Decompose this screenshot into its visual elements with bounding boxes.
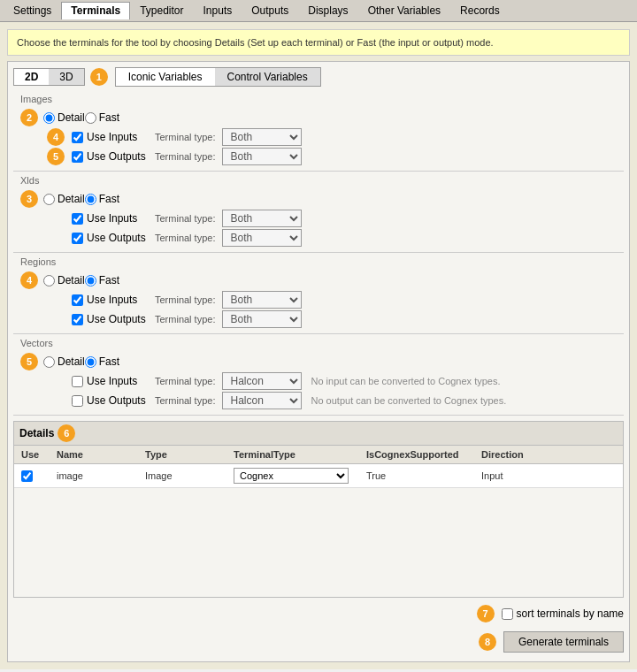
radio-input-regions-fast[interactable]	[85, 275, 96, 286]
input-row-3-0: Use InputsTerminal type:HalconCognexBoth…	[20, 372, 617, 390]
col-use: Use	[18, 447, 53, 462]
td-cognex-0: True	[363, 469, 478, 483]
nav-tab-other-variables[interactable]: Other Variables	[358, 2, 450, 19]
badge-1: 1	[90, 68, 108, 86]
checkbox-label-3-1[interactable]: Use Outputs	[72, 394, 151, 407]
checkbox-label-1-0[interactable]: Use Inputs	[72, 212, 151, 225]
terminal-type-select-1-0[interactable]: BothInputOutput	[222, 210, 302, 227]
radio-xlds-detail[interactable]: Detail	[43, 193, 85, 205]
radio-input-images-detail[interactable]	[43, 112, 55, 124]
input-row-0-0: 4Use InputsTerminal type:BothInputOutput	[20, 128, 617, 146]
table-row: imageImageBothInputOutputCognexTrueInput	[14, 464, 623, 488]
nav-tab-typeditor[interactable]: Typeditor	[130, 2, 193, 19]
section-badge-0: 2	[20, 109, 38, 126]
dim-tab-2d[interactable]: 2D	[14, 69, 49, 85]
section-title-row-3: Vectors	[20, 338, 617, 351]
terminal-type-select-3-0[interactable]: HalconCognexBoth	[222, 372, 302, 390]
nav-tab-settings[interactable]: Settings	[4, 2, 61, 19]
radio-xlds-fast[interactable]: Fast	[85, 193, 119, 205]
radio-vectors-detail[interactable]: Detail	[43, 355, 85, 368]
td-termtype-0[interactable]: BothInputOutputCognex	[230, 466, 363, 485]
section-title-3: Vectors	[20, 338, 53, 348]
badge-6: 6	[58, 424, 75, 442]
input-row-2-1: Use OutputsTerminal type:BothInputOutput	[20, 310, 617, 328]
radio-row-0: 2DetailFast	[20, 109, 617, 126]
radio-images-detail[interactable]: Detail	[43, 111, 85, 124]
td-type-0: Image	[142, 469, 230, 483]
terminal-type-select-0-0[interactable]: BothInputOutput	[222, 128, 302, 146]
input-row-2-0: Use InputsTerminal type:BothInputOutput	[20, 291, 617, 309]
radio-input-regions-detail[interactable]	[43, 275, 55, 286]
use-checkbox-0[interactable]	[21, 470, 33, 482]
checkbox-label-2-0[interactable]: Use Inputs	[72, 294, 151, 306]
radio-input-vectors-detail[interactable]	[43, 356, 55, 368]
badge-7: 7	[477, 605, 495, 622]
radio-input-xlds-detail[interactable]	[43, 194, 55, 205]
radio-regions-fast[interactable]: Fast	[85, 274, 119, 286]
section-title-1: Xlds	[20, 175, 39, 186]
generate-button[interactable]: Generate terminals	[503, 631, 624, 653]
input-row-0-1: 5Use OutputsTerminal type:BothInputOutpu…	[20, 148, 617, 165]
terminal-type-select-2-0[interactable]: BothInputOutput	[222, 291, 302, 309]
radio-input-images-fast[interactable]	[85, 112, 96, 124]
radio-vectors-fast[interactable]: Fast	[85, 355, 119, 368]
col-type: Type	[142, 447, 230, 462]
input-row-3-1: Use OutputsTerminal type:HalconCognexBot…	[20, 392, 617, 409]
col-cognex: IsCognexSupported	[363, 447, 478, 462]
terminal-type-select-1-1[interactable]: BothInputOutput	[222, 229, 302, 247]
sort-text: sort terminals by name	[517, 607, 624, 620]
checkbox-3-1[interactable]	[72, 395, 83, 407]
table-header: Use Name Type TerminalType IsCognexSuppo…	[14, 446, 623, 464]
var-tab-control-variables[interactable]: Control Variables	[215, 68, 320, 86]
radio-row-2: 4DetailFast	[20, 271, 617, 289]
terminal-type-select-2-1[interactable]: BothInputOutput	[222, 310, 302, 328]
checkbox-1-1[interactable]	[72, 233, 83, 244]
row-badge-0-0: 4	[47, 128, 65, 146]
checkbox-label-3-0[interactable]: Use Inputs	[72, 375, 151, 387]
section-vectors: Vectors5DetailFastUse InputsTerminal typ…	[13, 334, 624, 416]
sections: Images2DetailFast4Use InputsTerminal typ…	[13, 90, 624, 417]
radio-input-vectors-fast[interactable]	[85, 356, 96, 368]
checkbox-label-1-1[interactable]: Use Outputs	[72, 232, 151, 244]
dim-tab-3d[interactable]: 3D	[49, 69, 83, 85]
checkbox-2-1[interactable]	[72, 314, 83, 325]
section-badge-2: 4	[20, 271, 38, 289]
checkbox-0-0[interactable]	[72, 132, 83, 143]
nav-tab-outputs[interactable]: Outputs	[242, 2, 298, 19]
var-tab-iconic-variables[interactable]: Iconic Variables	[116, 68, 215, 86]
checkbox-3-0[interactable]	[72, 376, 83, 387]
input-row-1-1: Use OutputsTerminal type:BothInputOutput	[20, 229, 617, 247]
top-nav: SettingsTerminalsTypeditorInputsOutputsD…	[0, 0, 637, 22]
table-termtype-select-0[interactable]: BothInputOutputCognex	[234, 468, 349, 484]
nav-tab-inputs[interactable]: Inputs	[194, 2, 242, 19]
col-dir: Direction	[478, 447, 549, 462]
radio-images-fast[interactable]: Fast	[85, 111, 119, 124]
checkbox-1-0[interactable]	[72, 213, 83, 225]
info-text: Choose the terminals for the tool by cho…	[17, 37, 494, 48]
checkbox-0-1[interactable]	[72, 151, 83, 163]
td-use-0[interactable]	[18, 469, 53, 484]
badge-8: 8	[479, 633, 496, 651]
td-direction-0: Input	[478, 469, 549, 483]
section-title-row-1: Xlds	[20, 175, 617, 188]
radio-input-xlds-fast[interactable]	[85, 194, 96, 205]
bottom-row: 7 sort terminals by name	[13, 601, 624, 626]
info-box: Choose the terminals for the tool by cho…	[7, 29, 630, 56]
checkbox-label-0-0[interactable]: Use Inputs	[72, 131, 151, 143]
nav-tab-records[interactable]: Records	[450, 2, 510, 19]
nav-tab-displays[interactable]: Displays	[298, 2, 357, 19]
radio-regions-detail[interactable]: Detail	[43, 274, 85, 286]
section-title-0: Images	[20, 94, 52, 104]
checkbox-2-0[interactable]	[72, 294, 83, 306]
terminal-type-select-0-1[interactable]: BothInputOutput	[222, 148, 302, 165]
var-tabs: Iconic VariablesControl Variables	[115, 67, 321, 87]
col-termtype: TerminalType	[230, 447, 363, 462]
terminal-type-select-3-1[interactable]: HalconCognexBoth	[222, 392, 302, 409]
checkbox-label-0-1[interactable]: Use Outputs	[72, 150, 151, 163]
details-title: Details	[19, 427, 54, 439]
dim-tabs: 2D3D	[13, 68, 85, 86]
sort-label[interactable]: sort terminals by name	[502, 607, 624, 620]
checkbox-label-2-1[interactable]: Use Outputs	[72, 313, 151, 325]
nav-tab-terminals[interactable]: Terminals	[61, 2, 130, 19]
sort-checkbox[interactable]	[502, 608, 513, 620]
